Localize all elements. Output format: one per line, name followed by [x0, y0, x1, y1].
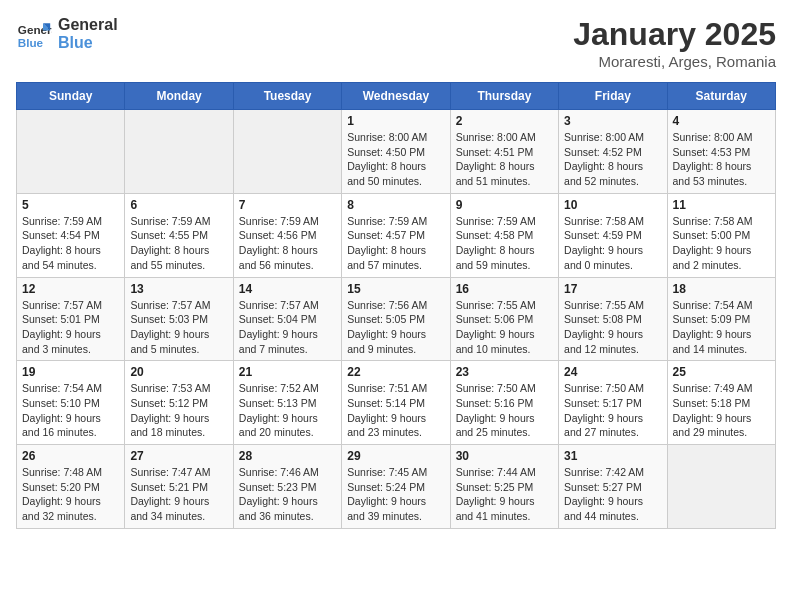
calendar-cell: 12Sunrise: 7:57 AM Sunset: 5:01 PM Dayli… [17, 277, 125, 361]
day-info: Sunrise: 7:48 AM Sunset: 5:20 PM Dayligh… [22, 465, 119, 524]
day-info: Sunrise: 8:00 AM Sunset: 4:51 PM Dayligh… [456, 130, 553, 189]
calendar-cell: 23Sunrise: 7:50 AM Sunset: 5:16 PM Dayli… [450, 361, 558, 445]
calendar-cell: 9Sunrise: 7:59 AM Sunset: 4:58 PM Daylig… [450, 193, 558, 277]
day-info: Sunrise: 7:54 AM Sunset: 5:09 PM Dayligh… [673, 298, 770, 357]
title-block: January 2025 Moraresti, Arges, Romania [573, 16, 776, 70]
day-number: 7 [239, 198, 336, 212]
calendar-cell: 5Sunrise: 7:59 AM Sunset: 4:54 PM Daylig… [17, 193, 125, 277]
day-number: 16 [456, 282, 553, 296]
calendar-cell: 22Sunrise: 7:51 AM Sunset: 5:14 PM Dayli… [342, 361, 450, 445]
calendar-cell: 21Sunrise: 7:52 AM Sunset: 5:13 PM Dayli… [233, 361, 341, 445]
day-of-week-tuesday: Tuesday [233, 83, 341, 110]
day-info: Sunrise: 7:47 AM Sunset: 5:21 PM Dayligh… [130, 465, 227, 524]
day-of-week-wednesday: Wednesday [342, 83, 450, 110]
day-number: 17 [564, 282, 661, 296]
calendar-cell: 17Sunrise: 7:55 AM Sunset: 5:08 PM Dayli… [559, 277, 667, 361]
calendar-cell: 1Sunrise: 8:00 AM Sunset: 4:50 PM Daylig… [342, 110, 450, 194]
calendar-cell: 26Sunrise: 7:48 AM Sunset: 5:20 PM Dayli… [17, 445, 125, 529]
calendar-cell [17, 110, 125, 194]
day-number: 31 [564, 449, 661, 463]
day-info: Sunrise: 7:50 AM Sunset: 5:17 PM Dayligh… [564, 381, 661, 440]
day-info: Sunrise: 7:42 AM Sunset: 5:27 PM Dayligh… [564, 465, 661, 524]
day-info: Sunrise: 8:00 AM Sunset: 4:50 PM Dayligh… [347, 130, 444, 189]
day-of-week-thursday: Thursday [450, 83, 558, 110]
day-info: Sunrise: 7:51 AM Sunset: 5:14 PM Dayligh… [347, 381, 444, 440]
calendar-cell: 29Sunrise: 7:45 AM Sunset: 5:24 PM Dayli… [342, 445, 450, 529]
calendar-cell: 2Sunrise: 8:00 AM Sunset: 4:51 PM Daylig… [450, 110, 558, 194]
logo-text-line2: Blue [58, 34, 118, 52]
logo-text-line1: General [58, 16, 118, 34]
calendar-cell: 7Sunrise: 7:59 AM Sunset: 4:56 PM Daylig… [233, 193, 341, 277]
calendar-cell: 15Sunrise: 7:56 AM Sunset: 5:05 PM Dayli… [342, 277, 450, 361]
day-info: Sunrise: 7:59 AM Sunset: 4:57 PM Dayligh… [347, 214, 444, 273]
logo: General Blue General Blue [16, 16, 118, 52]
day-number: 20 [130, 365, 227, 379]
calendar-cell: 27Sunrise: 7:47 AM Sunset: 5:21 PM Dayli… [125, 445, 233, 529]
day-info: Sunrise: 7:58 AM Sunset: 5:00 PM Dayligh… [673, 214, 770, 273]
calendar-week-row: 12Sunrise: 7:57 AM Sunset: 5:01 PM Dayli… [17, 277, 776, 361]
day-number: 5 [22, 198, 119, 212]
calendar-week-row: 5Sunrise: 7:59 AM Sunset: 4:54 PM Daylig… [17, 193, 776, 277]
calendar-week-row: 19Sunrise: 7:54 AM Sunset: 5:10 PM Dayli… [17, 361, 776, 445]
day-info: Sunrise: 7:56 AM Sunset: 5:05 PM Dayligh… [347, 298, 444, 357]
logo-icon: General Blue [16, 16, 52, 52]
calendar-cell: 18Sunrise: 7:54 AM Sunset: 5:09 PM Dayli… [667, 277, 775, 361]
day-number: 14 [239, 282, 336, 296]
day-info: Sunrise: 7:44 AM Sunset: 5:25 PM Dayligh… [456, 465, 553, 524]
day-info: Sunrise: 7:50 AM Sunset: 5:16 PM Dayligh… [456, 381, 553, 440]
day-info: Sunrise: 7:52 AM Sunset: 5:13 PM Dayligh… [239, 381, 336, 440]
day-info: Sunrise: 7:57 AM Sunset: 5:04 PM Dayligh… [239, 298, 336, 357]
day-of-week-saturday: Saturday [667, 83, 775, 110]
day-number: 25 [673, 365, 770, 379]
day-info: Sunrise: 7:55 AM Sunset: 5:08 PM Dayligh… [564, 298, 661, 357]
calendar-cell: 13Sunrise: 7:57 AM Sunset: 5:03 PM Dayli… [125, 277, 233, 361]
day-info: Sunrise: 7:45 AM Sunset: 5:24 PM Dayligh… [347, 465, 444, 524]
day-info: Sunrise: 7:58 AM Sunset: 4:59 PM Dayligh… [564, 214, 661, 273]
calendar-cell: 8Sunrise: 7:59 AM Sunset: 4:57 PM Daylig… [342, 193, 450, 277]
day-number: 13 [130, 282, 227, 296]
calendar-cell: 11Sunrise: 7:58 AM Sunset: 5:00 PM Dayli… [667, 193, 775, 277]
day-number: 19 [22, 365, 119, 379]
day-info: Sunrise: 8:00 AM Sunset: 4:52 PM Dayligh… [564, 130, 661, 189]
day-of-week-sunday: Sunday [17, 83, 125, 110]
day-number: 23 [456, 365, 553, 379]
day-info: Sunrise: 7:55 AM Sunset: 5:06 PM Dayligh… [456, 298, 553, 357]
day-number: 30 [456, 449, 553, 463]
day-info: Sunrise: 7:59 AM Sunset: 4:56 PM Dayligh… [239, 214, 336, 273]
calendar-cell: 10Sunrise: 7:58 AM Sunset: 4:59 PM Dayli… [559, 193, 667, 277]
day-number: 3 [564, 114, 661, 128]
day-info: Sunrise: 7:59 AM Sunset: 4:58 PM Dayligh… [456, 214, 553, 273]
day-number: 15 [347, 282, 444, 296]
calendar-week-row: 26Sunrise: 7:48 AM Sunset: 5:20 PM Dayli… [17, 445, 776, 529]
day-info: Sunrise: 8:00 AM Sunset: 4:53 PM Dayligh… [673, 130, 770, 189]
day-info: Sunrise: 7:53 AM Sunset: 5:12 PM Dayligh… [130, 381, 227, 440]
calendar-cell: 4Sunrise: 8:00 AM Sunset: 4:53 PM Daylig… [667, 110, 775, 194]
calendar-cell: 16Sunrise: 7:55 AM Sunset: 5:06 PM Dayli… [450, 277, 558, 361]
day-number: 21 [239, 365, 336, 379]
day-number: 6 [130, 198, 227, 212]
day-info: Sunrise: 7:57 AM Sunset: 5:01 PM Dayligh… [22, 298, 119, 357]
page-header: General Blue General Blue January 2025 M… [16, 16, 776, 70]
calendar-cell: 30Sunrise: 7:44 AM Sunset: 5:25 PM Dayli… [450, 445, 558, 529]
calendar-cell [125, 110, 233, 194]
calendar-cell: 19Sunrise: 7:54 AM Sunset: 5:10 PM Dayli… [17, 361, 125, 445]
day-info: Sunrise: 7:46 AM Sunset: 5:23 PM Dayligh… [239, 465, 336, 524]
day-of-week-monday: Monday [125, 83, 233, 110]
day-number: 9 [456, 198, 553, 212]
day-number: 27 [130, 449, 227, 463]
calendar-cell: 20Sunrise: 7:53 AM Sunset: 5:12 PM Dayli… [125, 361, 233, 445]
calendar-table: SundayMondayTuesdayWednesdayThursdayFrid… [16, 82, 776, 529]
day-number: 12 [22, 282, 119, 296]
calendar-cell: 3Sunrise: 8:00 AM Sunset: 4:52 PM Daylig… [559, 110, 667, 194]
day-of-week-friday: Friday [559, 83, 667, 110]
svg-text:Blue: Blue [18, 36, 44, 49]
calendar-header-row: SundayMondayTuesdayWednesdayThursdayFrid… [17, 83, 776, 110]
day-info: Sunrise: 7:59 AM Sunset: 4:54 PM Dayligh… [22, 214, 119, 273]
calendar-cell: 24Sunrise: 7:50 AM Sunset: 5:17 PM Dayli… [559, 361, 667, 445]
day-number: 26 [22, 449, 119, 463]
calendar-cell: 25Sunrise: 7:49 AM Sunset: 5:18 PM Dayli… [667, 361, 775, 445]
day-number: 11 [673, 198, 770, 212]
day-number: 2 [456, 114, 553, 128]
day-number: 4 [673, 114, 770, 128]
day-info: Sunrise: 7:49 AM Sunset: 5:18 PM Dayligh… [673, 381, 770, 440]
